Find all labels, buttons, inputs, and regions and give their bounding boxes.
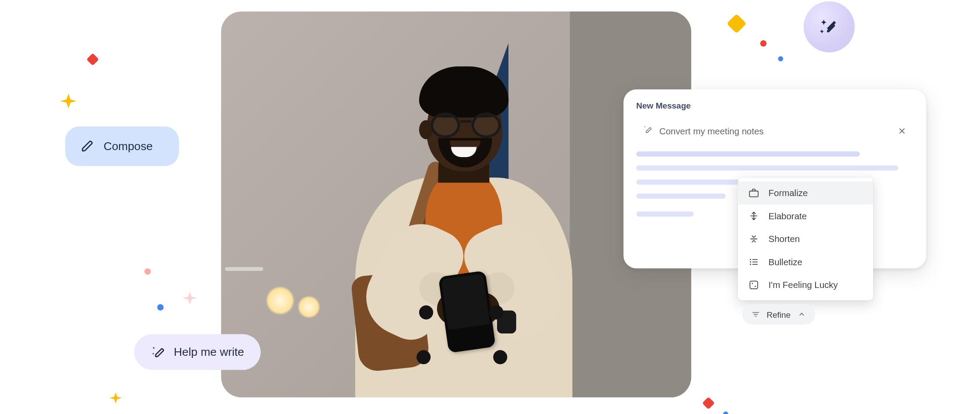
refine-menu: Formalize Elaborate Shorten Bulletize I'…	[738, 178, 873, 300]
dot-blue2-icon	[778, 56, 783, 61]
menu-item-shorten[interactable]: Shorten	[738, 228, 873, 251]
svg-point-4	[750, 264, 751, 265]
collapse-vertical-icon	[748, 233, 760, 245]
svg-point-6	[752, 283, 753, 284]
svg-rect-5	[750, 281, 758, 289]
svg-rect-1	[749, 191, 758, 197]
chevron-up-icon	[797, 310, 806, 319]
dot-blue-icon	[157, 304, 164, 311]
pencil-icon	[80, 139, 94, 153]
hero-illustration	[221, 11, 691, 397]
menu-item-label: Elaborate	[769, 211, 807, 221]
skeleton-line	[636, 151, 860, 157]
dot-blue3-icon	[723, 411, 728, 414]
compose-button[interactable]: Compose	[65, 126, 179, 166]
dice-icon	[748, 279, 760, 291]
clear-prompt-button[interactable]	[896, 125, 908, 137]
sparkle-pink-icon	[180, 290, 200, 312]
menu-item-label: I'm Feeling Lucky	[769, 280, 838, 290]
skeleton-line	[636, 193, 725, 199]
menu-item-bulletize[interactable]: Bulletize	[738, 250, 873, 274]
sparkle-yellow-small-icon	[107, 391, 124, 410]
menu-item-label: Shorten	[769, 234, 800, 244]
menu-item-label: Bulletize	[769, 257, 802, 267]
magic-pencil-icon	[151, 345, 165, 359]
svg-point-7	[755, 286, 756, 287]
menu-item-formalize[interactable]: Formalize	[738, 182, 873, 205]
briefcase-icon	[748, 187, 760, 199]
magic-pencil-small-icon	[643, 125, 653, 137]
expand-vertical-icon	[748, 210, 760, 221]
diamond-red-icon	[86, 53, 99, 66]
compose-label: Compose	[104, 140, 153, 153]
close-icon	[897, 126, 906, 135]
skeleton-line	[636, 165, 898, 171]
card-title: New Message	[636, 101, 914, 111]
magic-wand-icon	[818, 16, 840, 38]
refine-label: Refine	[766, 309, 791, 319]
prompt-input[interactable]: Convert my meeting notes	[636, 119, 914, 143]
svg-point-2	[750, 259, 751, 260]
filter-icon	[751, 310, 760, 319]
menu-item-elaborate[interactable]: Elaborate	[738, 204, 873, 228]
help-me-write-label: Help me write	[174, 345, 244, 359]
help-me-write-button[interactable]: Help me write	[134, 334, 261, 370]
sparkle-yellow-icon	[58, 92, 80, 116]
menu-item-label: Formalize	[769, 188, 808, 198]
diamond-red2-icon	[702, 397, 715, 410]
menu-item-feeling-lucky[interactable]: I'm Feeling Lucky	[738, 274, 873, 297]
ai-wand-badge	[804, 1, 855, 53]
bullet-list-icon	[748, 256, 760, 267]
skeleton-line	[636, 211, 693, 217]
refine-button[interactable]: Refine	[742, 304, 815, 325]
diamond-yellow-icon	[727, 14, 746, 33]
prompt-text: Convert my meeting notes	[659, 126, 764, 136]
dot-red-icon	[760, 40, 767, 47]
svg-point-3	[750, 261, 751, 263]
dot-pink-icon	[144, 268, 151, 275]
